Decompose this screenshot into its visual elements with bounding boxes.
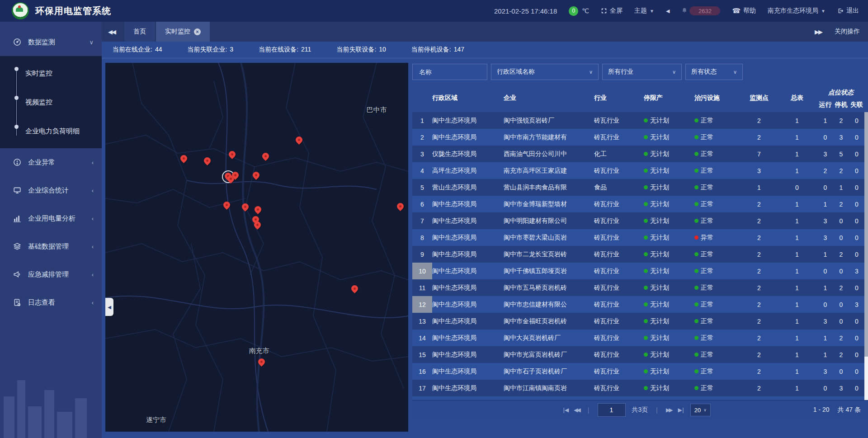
sidebar-section-button[interactable]: 应急减排管理‹	[0, 260, 102, 288]
table-row[interactable]: 10阆中生态环境局阆中千佛镇五郎垭页岩砖瓦行业无计划正常21003	[412, 263, 868, 279]
row-region-cell: 阆中生态环境局	[432, 229, 504, 246]
table-row[interactable]: 5营山生态环境局营山县润丰肉食品有限食品无计划正常10010	[412, 179, 868, 196]
page-size-select[interactable]: 20 ∨	[690, 404, 711, 416]
table-row[interactable]: 12阆中生态环境局阆中市忠信建材有限公砖瓦行业无计划正常21003	[412, 296, 868, 313]
row-monitor-cell: 7	[741, 146, 777, 162]
sidebar-subitem-button[interactable]: 视频监控	[0, 88, 102, 117]
last-page-button[interactable]: ▶❘	[678, 407, 684, 413]
table-row[interactable]: 16阆中生态环境局阆中市石子页岩机砖厂砖瓦行业无计划正常21300	[412, 363, 868, 380]
row-company-cell: 阆中市金福旺页岩机砖	[504, 313, 594, 330]
table-header-cell: 行业	[594, 84, 644, 112]
close-operations-dropdown[interactable]: 关闭操作	[835, 28, 860, 36]
table-row[interactable]: 8阆中生态环境局阆中市枣碧大梁山页岩砖瓦行业无计划异常21300	[412, 229, 868, 246]
map-panel[interactable]: 巴中市南充市遂宁市 ◀	[105, 63, 408, 432]
table-row[interactable]: 1阆中生态环境局阆中强锐页岩砖厂砖瓦行业无计划正常21120	[412, 112, 868, 129]
row-industry-cell: 化工	[594, 396, 644, 400]
table-row[interactable]: 2阆中生态环境局阆中市南方节能建材有砖瓦行业无计划正常21030	[412, 129, 868, 146]
sidebar-section-label: 企业异常	[28, 158, 85, 167]
row-facility-text: 正常	[701, 334, 713, 342]
tabs-scroll-right-button[interactable]: ▶▶	[808, 28, 828, 35]
map-marker-pin[interactable]	[242, 203, 249, 211]
map-marker-pin[interactable]	[262, 153, 269, 160]
table-row[interactable]: 6阆中生态环境局阆中市金博瑞新型墙材砖瓦行业无计划正常21120	[412, 196, 868, 212]
org-dropdown[interactable]: 南充市生态环境局 ▼	[768, 7, 826, 15]
sidebar-section-button[interactable]: 数据监测∨	[0, 28, 102, 56]
notifications[interactable]: 2632	[681, 6, 720, 15]
row-facility-text: 正常	[701, 301, 713, 309]
table-scrollbar-thumb[interactable]	[864, 112, 868, 357]
sidebar-collapse-handle[interactable]: ◀	[105, 298, 113, 316]
chevron-left-icon: ‹	[92, 271, 94, 278]
status-dot-green-icon	[694, 336, 698, 340]
map-marker-pin[interactable]	[180, 155, 188, 162]
name-filter-input[interactable]	[418, 68, 481, 76]
record-range-label: 1 - 20	[813, 406, 830, 414]
sidebar-subitem-button[interactable]: 企业电力负荷明细	[0, 117, 102, 146]
table-row[interactable]: 3仪陇生态环境局西南油气田分公司川中化工无计划正常71350	[412, 146, 868, 162]
status-filter-select[interactable]: 所有状态 ∨	[685, 64, 743, 80]
table-row[interactable]: 15阆中生态环境局阆中市光富页岩机砖厂砖瓦行业无计划正常21120	[412, 346, 868, 363]
page-number-input[interactable]	[598, 403, 626, 417]
next-page-button[interactable]: ▶▶	[666, 407, 671, 413]
row-limit-cell: 无计划	[644, 263, 694, 279]
map-marker-pin[interactable]	[258, 358, 265, 366]
logout-button[interactable]: 退出	[837, 7, 859, 15]
map-marker-pin[interactable]	[232, 172, 239, 179]
collapse-announcement-button[interactable]: ◀	[666, 8, 670, 14]
sidebar-section-button[interactable]: 企业用电量分析‹	[0, 204, 102, 232]
status-dot-green-icon	[644, 235, 648, 240]
table-row[interactable]: 9阆中生态环境局阆中市二龙长宝页岩砖砖瓦行业无计划正常21120	[412, 246, 868, 263]
map-marker-pin[interactable]	[296, 137, 303, 144]
row-lost-cell: 0	[849, 279, 864, 296]
fullscreen-button[interactable]: 全屏	[601, 7, 623, 15]
row-index-cell: 12	[412, 296, 432, 313]
table-row[interactable]: 18南部生态环境局南部县砖瓦建材有限公化工无计划正常20020	[412, 396, 868, 400]
row-facility-text: 正常	[701, 384, 713, 392]
table-row[interactable]: 7阆中生态环境局阆中明阳建材有限公司砖瓦行业无计划正常21300	[412, 212, 868, 229]
tab-close-icon[interactable]: ×	[194, 28, 201, 35]
industry-filter-select[interactable]: 所有行业 ∨	[602, 64, 682, 80]
table-row[interactable]: 14阆中生态环境局阆中大兴页岩机砖厂砖瓦行业无计划正常21120	[412, 330, 868, 346]
row-limit-text: 无计划	[650, 167, 669, 175]
sidebar-subitem-button[interactable]: 实时监控	[0, 59, 102, 88]
map-marker-pin[interactable]	[229, 151, 236, 158]
row-monitor-cell: 2	[741, 112, 777, 129]
prev-page-button[interactable]: ◀◀	[574, 407, 579, 413]
chevron-down-icon: ∨	[589, 69, 593, 75]
table-row[interactable]: 17阆中生态环境局阆中市江南镇阆南页岩砖瓦行业无计划正常21030	[412, 380, 868, 396]
map-marker-pin[interactable]	[397, 203, 404, 210]
row-lost-cell: 0	[849, 162, 864, 179]
row-run-cell: 1	[817, 346, 833, 363]
status-dot-green-icon	[694, 118, 698, 122]
status-dot-green-icon	[694, 386, 698, 390]
tab-active[interactable]: 实时监控×	[156, 22, 210, 42]
theme-dropdown[interactable]: 主题 ▼	[634, 7, 654, 15]
sidebar-section-button[interactable]: 企业综合统计‹	[0, 176, 102, 204]
row-monitor-cell: 2	[741, 246, 777, 263]
sidebar-section-label: 企业综合统计	[28, 186, 85, 195]
row-limit-cell: 无计划	[644, 229, 694, 246]
tab-item[interactable]: 首页	[124, 22, 155, 42]
table-row[interactable]: 4高坪生态环境局南充市高坪区王家店建砖瓦行业无计划正常31220	[412, 162, 868, 179]
help-button[interactable]: ☎ 帮助	[732, 7, 756, 15]
map-marker-pin[interactable]	[204, 157, 211, 165]
row-index-cell: 15	[412, 346, 432, 363]
map-marker-pin[interactable]	[223, 202, 231, 209]
table-row[interactable]: 11阆中生态环境局阆中市五马桥页岩机砖砖瓦行业无计划正常21120	[412, 279, 868, 296]
region-filter-select[interactable]: 行政区域名称 ∨	[491, 64, 599, 80]
sidebar-section-button[interactable]: 日志查看‹	[0, 288, 102, 316]
map-marker-pin[interactable]	[254, 221, 261, 229]
first-page-button[interactable]: ❘◀	[561, 407, 567, 413]
map-marker-pin[interactable]	[253, 172, 260, 179]
row-industry-cell: 砖瓦行业	[594, 330, 644, 346]
table-scrollbar[interactable]	[864, 112, 868, 400]
map-marker-pin[interactable]	[255, 206, 262, 213]
sidebar-section-button[interactable]: 企业异常‹	[0, 148, 102, 176]
tabs-scroll-left-button[interactable]: ◀◀	[102, 28, 122, 35]
map-marker-pin[interactable]	[351, 285, 359, 292]
row-run-cell: 3	[817, 146, 833, 162]
stat-value: 10	[379, 46, 386, 53]
table-row[interactable]: 13阆中生态环境局阆中市金福旺页岩机砖砖瓦行业无计划正常21300	[412, 313, 868, 330]
sidebar-section-button[interactable]: 基础数据管理‹	[0, 232, 102, 260]
stat-value: 147	[454, 46, 464, 53]
